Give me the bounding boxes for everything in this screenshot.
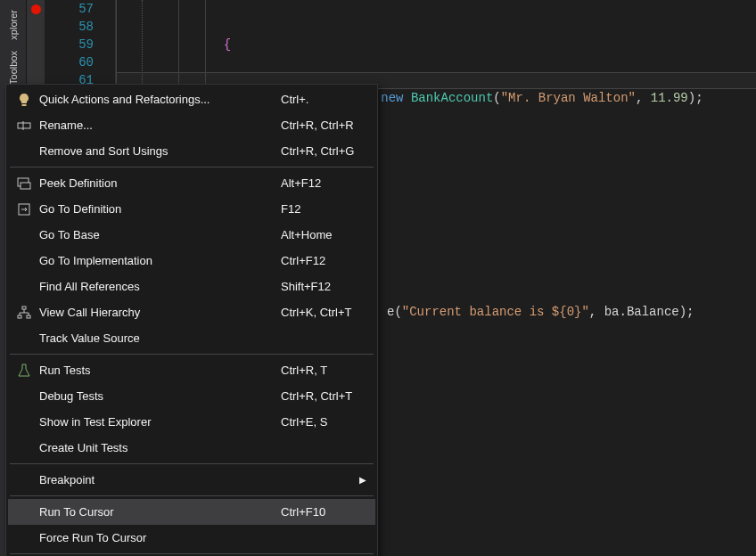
menu-item-shortcut: Ctrl+R, T	[281, 364, 370, 377]
menu-item-breakpoint[interactable]: Breakpoint▶	[8, 467, 375, 493]
menu-item-find-all-references[interactable]: Find All ReferencesShift+F12	[8, 274, 375, 299]
menu-item-shortcut: Ctrl+R, Ctrl+T	[281, 389, 370, 403]
menu-item-label: Breakpoint	[35, 473, 270, 487]
menu-item-go-to-definition[interactable]: Go To DefinitionF12	[8, 196, 375, 222]
menu-item-remove-and-sort-usings[interactable]: Remove and Sort UsingsCtrl+R, Ctrl+G	[8, 138, 375, 164]
svg-rect-8	[27, 315, 30, 318]
menu-item-label: Rename...	[35, 119, 281, 132]
menu-item-label: Debug Tests	[35, 389, 281, 403]
menu-separator	[10, 553, 374, 554]
menu-item-quick-actions-and-refactorings[interactable]: Quick Actions and Refactorings...Ctrl+.	[8, 86, 375, 112]
menu-item-label: Force Run To Cursor	[35, 531, 281, 544]
peek-icon	[13, 176, 35, 191]
hierarchy-icon	[13, 306, 35, 320]
context-menu[interactable]: Quick Actions and Refactorings...Ctrl+.R…	[5, 84, 378, 556]
lightbulb-icon	[13, 93, 35, 107]
menu-item-label: Peek Definition	[35, 176, 281, 190]
menu-item-show-in-test-explorer[interactable]: Show in Test ExplorerCtrl+E, S	[8, 409, 375, 435]
menu-item-go-to-implementation[interactable]: Go To ImplementationCtrl+F12	[8, 248, 375, 274]
menu-item-shortcut: Ctrl+F10	[281, 505, 370, 519]
menu-separator	[10, 354, 374, 355]
menu-item-label: View Call Hierarchy	[35, 306, 281, 319]
menu-item-run-to-cursor[interactable]: Run To CursorCtrl+F10	[8, 499, 375, 525]
code-line[interactable]: {	[134, 36, 756, 53]
menu-item-label: Show in Test Explorer	[35, 415, 281, 429]
menu-item-label: Quick Actions and Refactorings...	[35, 93, 281, 106]
menu-separator	[10, 167, 374, 168]
menu-item-label: Find All References	[35, 280, 281, 293]
menu-item-shortcut: Ctrl+E, S	[281, 415, 370, 429]
menu-item-label: Create Unit Tests	[35, 441, 281, 454]
menu-item-label: Track Value Source	[35, 331, 281, 345]
menu-separator	[10, 495, 374, 496]
menu-item-label: Run To Cursor	[35, 505, 281, 519]
menu-item-go-to-base[interactable]: Go To BaseAlt+Home	[8, 222, 375, 248]
line-numbers: 57 58 59 60 61	[45, 0, 116, 89]
menu-separator	[10, 463, 374, 464]
menu-item-label: Remove and Sort Usings	[35, 144, 281, 158]
flask-icon	[13, 364, 35, 378]
line-number: 58	[45, 18, 94, 36]
menu-item-shortcut: Ctrl+.	[281, 93, 370, 106]
menu-item-label: Run Tests	[35, 364, 281, 377]
menu-item-debug-tests[interactable]: Debug TestsCtrl+R, Ctrl+T	[8, 383, 375, 409]
menu-item-shortcut: Shift+F12	[281, 280, 370, 293]
menu-item-create-unit-tests[interactable]: Create Unit Tests	[8, 435, 375, 461]
line-number: 60	[45, 53, 94, 71]
menu-item-shortcut: Ctrl+F12	[281, 254, 370, 267]
menu-item-rename[interactable]: Rename...Ctrl+R, Ctrl+R	[8, 112, 375, 138]
svg-rect-1	[18, 123, 30, 128]
menu-item-shortcut: Ctrl+R, Ctrl+G	[281, 144, 370, 158]
line-number: 57	[45, 0, 94, 18]
menu-item-run-tests[interactable]: Run TestsCtrl+R, T	[8, 357, 375, 383]
menu-item-shortcut: Alt+F12	[281, 176, 370, 190]
menu-item-track-value-source[interactable]: Track Value Source	[8, 325, 375, 351]
rename-icon	[13, 119, 35, 133]
menu-item-label: Go To Base	[35, 228, 281, 241]
svg-rect-0	[22, 104, 27, 106]
menu-item-peek-definition[interactable]: Peek DefinitionAlt+F12	[8, 170, 375, 196]
svg-rect-7	[18, 315, 21, 318]
svg-rect-6	[22, 307, 26, 309]
sidebar-tab-explorer[interactable]: xplorer	[5, 4, 21, 45]
svg-rect-4	[21, 183, 30, 189]
breakpoint-icon[interactable]	[31, 4, 41, 14]
menu-item-force-run-to-cursor[interactable]: Force Run To Cursor	[8, 525, 375, 551]
chevron-right-icon: ▶	[359, 475, 370, 485]
menu-item-view-call-hierarchy[interactable]: View Call HierarchyCtrl+K, Ctrl+T	[8, 299, 375, 325]
menu-item-shortcut: F12	[281, 202, 370, 216]
menu-item-shortcut: Alt+Home	[281, 228, 370, 241]
menu-item-shortcut: Ctrl+K, Ctrl+T	[281, 306, 370, 319]
line-number: 59	[45, 36, 94, 53]
menu-item-shortcut: Ctrl+R, Ctrl+R	[281, 119, 370, 132]
goto-icon	[13, 202, 35, 217]
menu-item-label: Go To Implementation	[35, 254, 281, 267]
menu-item-label: Go To Definition	[35, 202, 281, 216]
